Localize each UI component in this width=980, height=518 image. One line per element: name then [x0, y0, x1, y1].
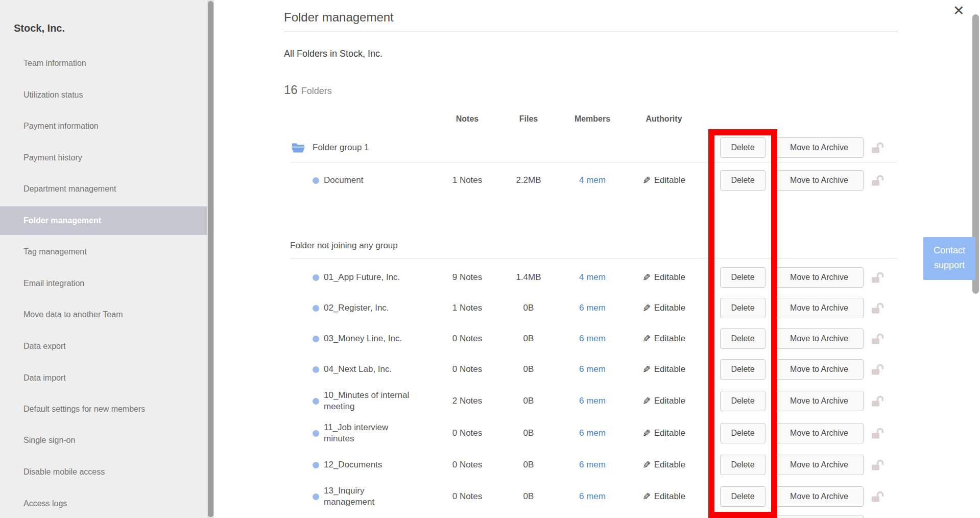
- delete-button[interactable]: Delete: [720, 486, 766, 507]
- settings-sidebar: Stock, Inc. Team informationUtilization …: [0, 0, 207, 518]
- authority-label: Editable: [654, 303, 685, 313]
- delete-button[interactable]: Delete: [720, 359, 766, 380]
- row-divider: [290, 258, 897, 258]
- unlock-icon[interactable]: [871, 490, 885, 505]
- unlock-icon[interactable]: [871, 333, 885, 347]
- folder-dot-icon: [313, 274, 319, 281]
- notes-count: 0 Notes: [439, 354, 495, 385]
- authority-label: Editable: [654, 175, 685, 185]
- members-link[interactable]: 6 mem: [579, 396, 606, 406]
- delete-button[interactable]: Delete: [720, 515, 766, 518]
- sidebar-item-payment-history[interactable]: Payment history: [0, 144, 207, 172]
- delete-button[interactable]: Delete: [720, 267, 766, 288]
- unlock-icon[interactable]: [871, 427, 885, 441]
- move-to-archive-button[interactable]: Move to Archive: [775, 298, 864, 318]
- contact-support-button[interactable]: Contact support: [923, 237, 975, 280]
- sidebar-item-tag-management[interactable]: Tag management: [0, 238, 207, 266]
- members-link[interactable]: 6 mem: [579, 364, 606, 374]
- members-cell: 6 mem: [562, 386, 623, 416]
- folder-dot-icon: [313, 305, 319, 312]
- sidebar-item-department-management[interactable]: Department management: [0, 175, 207, 203]
- move-to-archive-button[interactable]: Move to Archive: [775, 455, 864, 475]
- move-to-archive-button[interactable]: Move to Archive: [775, 267, 864, 288]
- pencil-icon: ✎: [642, 302, 651, 314]
- folder-table: Notes Files Members Authority Folder not…: [290, 0, 897, 518]
- sidebar-item-move-data-to-another-team[interactable]: Move data to another Team: [0, 300, 207, 329]
- pencil-icon: ✎: [642, 364, 651, 375]
- notes-count: 1 Notes: [439, 165, 495, 196]
- unlock-icon[interactable]: [871, 395, 885, 409]
- authority-label: Editable: [654, 272, 685, 282]
- sidebar-item-email-integration[interactable]: Email integration: [0, 269, 207, 298]
- sidebar-item-access-logs[interactable]: Access logs: [0, 489, 207, 518]
- authority-cell: ✎Editable: [623, 165, 705, 196]
- unlock-icon[interactable]: [871, 302, 885, 316]
- sidebar-item-payment-information[interactable]: Payment information: [0, 112, 207, 140]
- folder-name: 11_Job interview minutes: [324, 418, 412, 449]
- unlock-icon[interactable]: [871, 363, 885, 378]
- notes-count: 0 Notes: [439, 450, 495, 480]
- delete-button[interactable]: Delete: [720, 137, 766, 158]
- notes-count: 0 Notes: [439, 418, 495, 449]
- members-link[interactable]: 6 mem: [579, 460, 606, 469]
- move-to-archive-button[interactable]: Move to Archive: [775, 328, 864, 349]
- folder-name: 03_Money Line, Inc.: [324, 323, 412, 354]
- delete-button[interactable]: Delete: [720, 423, 766, 443]
- notes-count: 1 Notes: [439, 293, 495, 323]
- delete-button[interactable]: Delete: [720, 391, 766, 411]
- open-folder-icon: [291, 142, 305, 155]
- members-link[interactable]: 6 mem: [579, 303, 606, 313]
- files-size: 1.4MB: [495, 262, 562, 293]
- contact-support-line2: support: [923, 258, 975, 273]
- move-to-archive-button[interactable]: Move to Archive: [775, 391, 864, 411]
- pencil-icon: ✎: [642, 428, 651, 439]
- move-to-archive-button[interactable]: Move to Archive: [775, 137, 864, 158]
- move-to-archive-button[interactable]: Move to Archive: [775, 359, 864, 380]
- sidebar-item-team-information[interactable]: Team information: [0, 49, 207, 78]
- files-size: 0B: [495, 354, 562, 385]
- close-icon[interactable]: ✕: [953, 4, 965, 18]
- notes-count: 2 Notes: [439, 386, 495, 416]
- members-link[interactable]: 6 mem: [579, 334, 606, 343]
- files-size: 0B: [495, 323, 562, 354]
- members-link[interactable]: 6 mem: [579, 428, 606, 438]
- move-to-archive-button[interactable]: Move to Archive: [775, 486, 864, 507]
- members-link[interactable]: 4 mem: [579, 175, 606, 185]
- unlock-icon[interactable]: [871, 459, 885, 473]
- unlock-icon[interactable]: [871, 271, 885, 286]
- sidebar-item-disable-mobile-access[interactable]: Disable mobile access: [0, 458, 207, 486]
- folder-group-row: Folder group 1DeleteMove to Archive: [290, 132, 897, 163]
- folder-dot-icon: [313, 336, 319, 342]
- folder-row: 02_Register, Inc.1 Notes0B6 mem✎Editable…: [290, 293, 897, 323]
- members-cell: 4 mem: [562, 262, 623, 293]
- move-to-archive-button[interactable]: Move to Archive: [775, 515, 864, 518]
- delete-button[interactable]: Delete: [720, 170, 766, 191]
- files-size: 0B: [495, 481, 562, 512]
- members-cell: 6 mem: [562, 354, 623, 385]
- authority-cell: ✎Editable: [623, 481, 705, 512]
- move-to-archive-button[interactable]: Move to Archive: [775, 170, 864, 191]
- move-to-archive-button[interactable]: Move to Archive: [775, 423, 864, 443]
- members-link[interactable]: 6 mem: [579, 491, 606, 501]
- folder-name: 10_Minutes of internal meeting: [324, 386, 412, 416]
- delete-button[interactable]: Delete: [720, 328, 766, 349]
- folder-name: 02_Register, Inc.: [324, 293, 412, 323]
- folder-row: 10_Minutes of internal meeting2 Notes0B6…: [290, 386, 897, 416]
- unlock-icon[interactable]: [871, 142, 885, 156]
- authority-label: Editable: [654, 460, 685, 470]
- members-link[interactable]: 4 mem: [579, 272, 606, 282]
- delete-button[interactable]: Delete: [720, 298, 766, 318]
- unlock-icon[interactable]: [871, 174, 885, 189]
- sidebar-scrollbar-thumb[interactable]: [208, 1, 213, 517]
- authority-cell: ✎Editable: [623, 418, 705, 449]
- folder-row: Document1 Notes2.2MB4 mem✎EditableDelete…: [290, 165, 897, 196]
- sidebar-item-data-import[interactable]: Data import: [0, 364, 207, 392]
- sidebar-item-data-export[interactable]: Data export: [0, 332, 207, 361]
- delete-button[interactable]: Delete: [720, 455, 766, 475]
- sidebar-item-single-sign-on[interactable]: Single sign-on: [0, 426, 207, 455]
- sidebar-item-folder-management[interactable]: Folder management: [0, 206, 207, 235]
- folder-dot-icon: [313, 430, 319, 437]
- sidebar-item-default-settings-for-new-members[interactable]: Default settings for new members: [0, 395, 207, 423]
- sidebar-item-utilization-status[interactable]: Utilization status: [0, 81, 207, 109]
- folder-dot-icon: [313, 366, 319, 373]
